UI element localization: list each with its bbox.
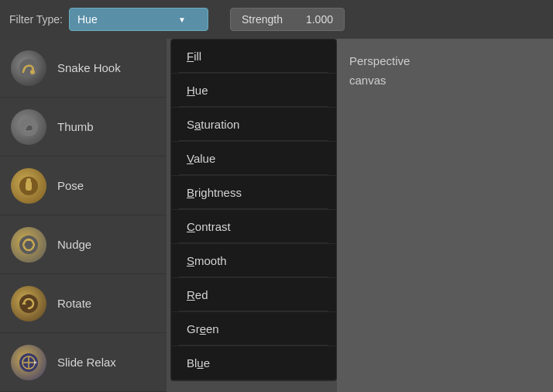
dropdown-item-contrast-label: Contrast [187, 220, 231, 233]
sidebar-item-label-rotate: Rotate [57, 297, 91, 310]
sidebar-item-slide-relax[interactable]: Slide Relax [0, 333, 167, 392]
sidebar-item-label-nudge: Nudge [57, 238, 91, 251]
dropdown-item-fill[interactable]: Fill [171, 40, 336, 74]
viewport-area: Perspective canvas [337, 39, 553, 392]
sidebar: Snake Hook Thumb Pose N [0, 39, 167, 392]
svg-point-1 [30, 70, 35, 74]
pose-icon [11, 168, 46, 204]
sidebar-item-label-slide-relax: Slide Relax [57, 356, 116, 369]
dropdown-item-fill-label: Fill [187, 50, 201, 63]
canvas-label: canvas [349, 74, 386, 87]
dropdown-item-value-label: Value [187, 152, 215, 165]
svg-point-5 [26, 178, 31, 183]
sidebar-item-thumb[interactable]: Thumb [0, 98, 167, 156]
filter-dropdown-menu: Fill Hue Saturation Value Brightness Con… [170, 39, 337, 381]
dropdown-item-smooth-label: Smooth [187, 254, 227, 267]
dropdown-item-blue[interactable]: Blue [171, 346, 336, 380]
strength-value: 1.000 [306, 13, 333, 26]
svg-point-0 [19, 59, 38, 77]
sidebar-item-label-snake-hook: Snake Hook [57, 61, 121, 74]
dropdown-item-saturation[interactable]: Saturation [171, 108, 336, 142]
nudge-icon [11, 227, 46, 263]
sidebar-item-rotate[interactable]: Rotate [0, 274, 167, 333]
dropdown-item-saturation-label: Saturation [187, 118, 239, 131]
strength-control[interactable]: Strength 1.000 [230, 8, 345, 31]
dropdown-item-hue-label: Hue [187, 84, 208, 97]
filter-type-value: Hue [77, 13, 98, 26]
svg-point-7 [19, 294, 38, 313]
svg-point-6 [19, 236, 38, 254]
filter-type-label: Filter Type: [9, 13, 63, 26]
snake-hook-icon [11, 50, 46, 86]
dropdown-item-blue-label: Blue [187, 356, 210, 370]
dropdown-item-green[interactable]: Green [171, 312, 336, 346]
perspective-label: Perspective [349, 54, 410, 67]
dropdown-arrow-icon: ▼ [178, 15, 186, 24]
thumb-icon [11, 109, 46, 145]
filter-type-dropdown[interactable]: Hue ▼ [69, 8, 208, 31]
dropdown-item-value[interactable]: Value [171, 142, 336, 176]
dropdown-item-red[interactable]: Red [171, 278, 336, 312]
dropdown-item-red-label: Red [187, 288, 208, 301]
dropdown-item-brightness[interactable]: Brightness [171, 176, 336, 210]
rotate-icon [11, 286, 46, 322]
dropdown-item-green-label: Green [187, 322, 219, 335]
top-bar: Filter Type: Hue ▼ Strength 1.000 [0, 0, 553, 39]
dropdown-item-brightness-label: Brightness [187, 186, 242, 199]
dropdown-item-contrast[interactable]: Contrast [171, 210, 336, 244]
sidebar-item-nudge[interactable]: Nudge [0, 215, 167, 274]
sidebar-item-snake-hook[interactable]: Snake Hook [0, 39, 167, 98]
dropdown-item-hue[interactable]: Hue [171, 74, 336, 108]
strength-label: Strength [242, 13, 283, 26]
dropdown-item-smooth[interactable]: Smooth [171, 244, 336, 278]
sidebar-item-label-pose: Pose [57, 179, 84, 192]
sidebar-item-pose[interactable]: Pose [0, 156, 167, 215]
sidebar-item-label-thumb: Thumb [57, 120, 94, 133]
slide-relax-icon [11, 345, 46, 380]
